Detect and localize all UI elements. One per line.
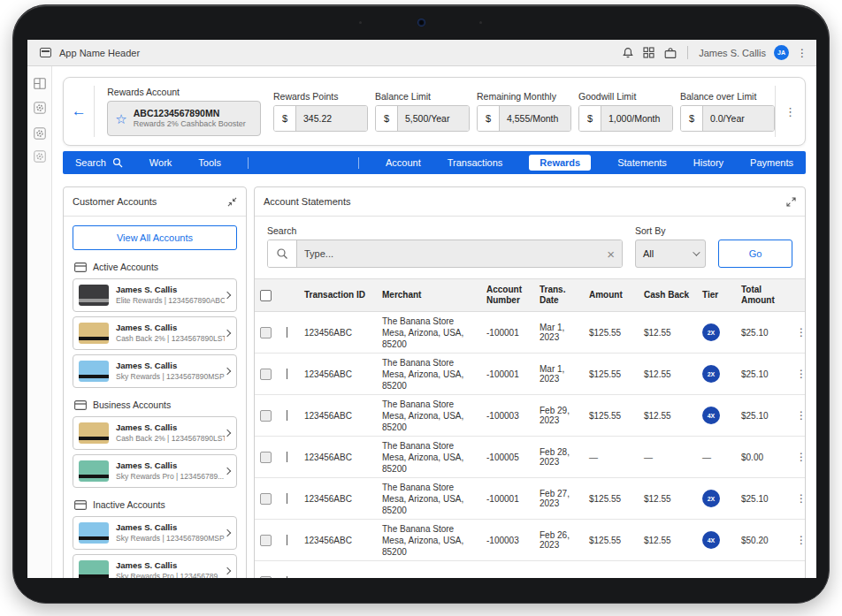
account-number: -100001: [486, 328, 540, 338]
user-avatar[interactable]: JA: [774, 45, 789, 60]
row-menu-kebab[interactable]: ⋮: [796, 326, 811, 338]
expand-row-icon[interactable]: [287, 535, 287, 545]
row-checkbox[interactable]: [260, 410, 272, 422]
column-transaction-id: Transaction ID: [304, 290, 382, 301]
row-menu-kebab[interactable]: ⋮: [796, 492, 811, 505]
currency-symbol: $: [376, 106, 398, 131]
row-checkbox[interactable]: [260, 452, 272, 463]
account-card-item[interactable]: James S. CallisCash Back 2% | 1234567890…: [73, 316, 237, 350]
row-menu-kebab[interactable]: ⋮: [796, 451, 811, 463]
settings-gear-icon[interactable]: [33, 149, 47, 164]
back-arrow-button[interactable]: ←: [64, 103, 94, 120]
rewards-account-selector[interactable]: ☆ ABC1234567890MN Rewards 2% Cashback Bo…: [107, 101, 261, 136]
nav-tab-transactions[interactable]: Transactions: [448, 157, 503, 168]
amount: $125.55: [589, 536, 644, 545]
credit-card-thumbnail: [79, 422, 109, 444]
account-card-item[interactable]: James S. CallisElite Rewards | 123456789…: [73, 278, 237, 312]
account-card-item[interactable]: James S. CallisSky Rewards | 1234567890M…: [73, 354, 237, 388]
search-label: Search: [267, 225, 623, 236]
divider: [248, 157, 249, 169]
nav-work[interactable]: Work: [149, 157, 172, 168]
chevron-right-icon: [224, 529, 231, 536]
view-all-accounts-button[interactable]: View All Accounts: [73, 225, 237, 250]
settings-gear-icon[interactable]: [33, 101, 47, 115]
stat-value: 0.0/Year: [703, 106, 774, 131]
credit-card-thumbnail: [79, 323, 109, 344]
briefcase-icon[interactable]: [663, 46, 677, 59]
row-menu-kebab[interactable]: ⋮: [796, 368, 811, 380]
expand-row-icon[interactable]: [287, 493, 287, 504]
account-number: -100003: [486, 411, 540, 421]
chevron-right-icon: [224, 368, 231, 375]
expand-row-icon[interactable]: [287, 327, 287, 338]
nav-tab-payments[interactable]: Payments: [750, 157, 793, 168]
nav-tools[interactable]: Tools: [198, 157, 221, 168]
chevron-right-icon: [224, 567, 231, 574]
expand-panel-icon[interactable]: [786, 197, 796, 207]
cash-back: $12.55: [644, 328, 702, 338]
left-toolbar-strip: [27, 66, 52, 578]
expand-row-icon[interactable]: [287, 369, 287, 379]
account-card-item[interactable]: James S. CallisCash Back 2% | 1234567890…: [73, 416, 237, 450]
expand-row-icon[interactable]: [287, 576, 287, 579]
row-menu-kebab[interactable]: ⋮: [796, 409, 811, 422]
row-menu-kebab[interactable]: ⋮: [796, 534, 811, 546]
amount: —: [589, 452, 644, 462]
account-card-item[interactable]: James S. CallisSky Rewards Pro | 1234567…: [73, 554, 237, 578]
nav-tab-account[interactable]: Account: [386, 157, 421, 168]
amount: $125.55: [589, 494, 644, 504]
merchant-cell: The Banana StoreMesa, Arizona, USA, 8520…: [382, 482, 486, 516]
layout-columns-icon[interactable]: [33, 76, 47, 90]
settings-gear-icon[interactable]: [33, 126, 47, 141]
divider: [94, 86, 95, 137]
chevron-right-icon: [224, 292, 231, 299]
rewards-card-menu-kebab[interactable]: ⋮: [785, 106, 796, 118]
row-checkbox[interactable]: [260, 493, 272, 505]
page-background: App Name Header James S. Callis JA ⋮: [0, 0, 842, 616]
nav-tab-statements[interactable]: Statements: [617, 157, 667, 168]
row-checkbox[interactable]: [260, 576, 272, 579]
nav-search[interactable]: Search: [75, 157, 123, 168]
tier-badge: 2X: [702, 490, 720, 507]
transaction-date: Mar 1, 2023: [540, 364, 589, 384]
search-field[interactable]: ×: [267, 240, 623, 268]
row-checkbox[interactable]: [260, 369, 272, 380]
sort-by-dropdown[interactable]: All: [635, 240, 706, 268]
expand-row-icon[interactable]: [287, 452, 287, 462]
nav-tab-rewards-active[interactable]: Rewards: [529, 155, 591, 171]
cash-back: $12.55: [644, 369, 702, 379]
account-number: -100001: [486, 494, 540, 504]
stat-value: 345.22: [296, 106, 367, 131]
row-checkbox[interactable]: [260, 327, 272, 338]
account-card-item[interactable]: James S. CallisSky Rewards | 1234567890M…: [73, 516, 237, 550]
app-title: App Name Header: [59, 48, 140, 58]
titlebar-menu-kebab[interactable]: ⋮: [797, 48, 808, 58]
collapse-panel-icon[interactable]: [227, 197, 237, 207]
group-label-active-accounts: Active Accounts: [74, 262, 237, 272]
tier-badge: 4X: [702, 531, 720, 549]
select-all-checkbox[interactable]: [260, 290, 272, 301]
tablet-device-frame: App Name Header James S. Callis JA ⋮: [12, 4, 830, 604]
transaction-date: Feb 26, 2023: [540, 530, 589, 550]
amount: $125.55: [589, 411, 644, 421]
app-titlebar: App Name Header James S. Callis JA ⋮: [27, 40, 816, 66]
apps-grid-icon[interactable]: [642, 46, 655, 59]
nav-tab-history[interactable]: History: [693, 157, 723, 168]
currency-symbol: $: [478, 106, 500, 131]
expand-row-icon[interactable]: [287, 410, 287, 421]
chevron-right-icon: [224, 330, 231, 337]
clear-search-icon[interactable]: ×: [607, 247, 615, 261]
statement-row: 123456ABC The Banana StoreMesa, Arizona,…: [255, 312, 805, 354]
search-input[interactable]: [304, 248, 601, 259]
row-checkbox[interactable]: [260, 535, 272, 546]
rewards-account-label: Rewards Account: [107, 87, 261, 97]
merchant-cell: The Banana StoreMesa, Arizona, USA, 8520…: [382, 399, 486, 433]
merchant-cell: The Banana StoreMesa, Arizona, USA, 8520…: [382, 523, 486, 558]
cash-back: $12.55: [644, 536, 702, 545]
rewards-account-subtitle: Rewards 2% Cashback Booster: [134, 119, 246, 129]
account-card-item[interactable]: James S. CallisSky Rewards Pro | 1234567…: [73, 454, 237, 488]
tablet-screen: App Name Header James S. Callis JA ⋮: [27, 40, 816, 578]
notifications-bell-icon[interactable]: [621, 46, 634, 59]
account-detail: Cash Back 2% | 1234567890LST: [116, 434, 225, 444]
go-button[interactable]: Go: [718, 240, 792, 268]
